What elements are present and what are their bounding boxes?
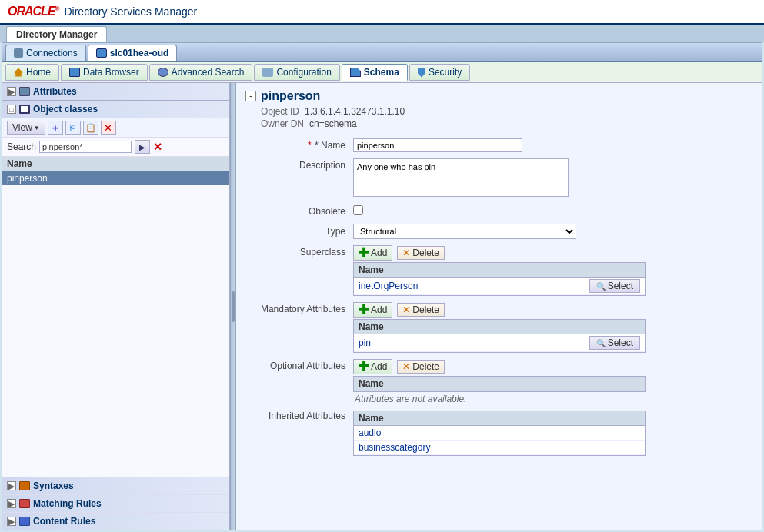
- superclass-grid: Name inetOrgPerson 🔍 Select: [353, 262, 646, 296]
- mandatory-select-button[interactable]: 🔍 Select: [589, 336, 640, 350]
- superclass-add-button[interactable]: ✚ Add: [353, 245, 392, 261]
- view-dropdown-icon: ▼: [34, 125, 40, 131]
- delete-icon: ✕: [402, 248, 410, 258]
- inherited-attr-row: Inherited Attributes Name audio: [245, 407, 752, 459]
- mandatory-toolbar: ✚ Add ✕ Delete: [353, 302, 752, 318]
- tab-data-browser[interactable]: Data Browser: [61, 64, 148, 81]
- owner-dn-label: Owner DN: [261, 118, 304, 129]
- delete-icon-btn[interactable]: ✕: [101, 121, 116, 135]
- meta-owner-dn: Owner DN cn=schema: [261, 118, 752, 129]
- directory-manager-tab[interactable]: Directory Manager: [6, 26, 107, 42]
- security-icon: [418, 68, 425, 78]
- obsolete-label-cell: Obsolete: [245, 202, 353, 221]
- mandatory-delete-icon: ✕: [402, 304, 410, 315]
- optional-add-icon: ✚: [359, 361, 369, 373]
- type-label-cell: Type: [245, 221, 353, 242]
- superclass-row: Superclass ✚ Add ✕ Delete: [245, 242, 752, 299]
- view-button[interactable]: View ▼: [7, 121, 45, 135]
- optional-attr-row: Optional Attributes ✚ Add ✕ Delete: [245, 356, 752, 407]
- configuration-icon: [262, 68, 273, 77]
- name-row: * * Name: [245, 135, 752, 155]
- optional-delete-icon: ✕: [402, 361, 410, 372]
- type-select[interactable]: Abstract Auxiliary Structural: [353, 224, 576, 239]
- search-bar: Search ▶ ✕: [2, 138, 229, 157]
- connections-tab[interactable]: Connections: [5, 45, 86, 61]
- top-bar: ORACLE® Directory Services Manager: [0, 0, 764, 25]
- optional-grid: Name: [353, 376, 646, 392]
- superclass-row-item: inetOrgPerson 🔍 Select: [354, 278, 645, 295]
- data-browser-icon: [69, 68, 80, 77]
- form-table: * * Name Description Any one wh: [245, 135, 752, 459]
- attributes-toggle-icon: ▶: [7, 87, 16, 96]
- owner-dn-value: cn=schema: [309, 118, 357, 129]
- syntaxes-toggle-icon: ▶: [7, 481, 16, 490]
- object-classes-header[interactable]: □ Object classes: [2, 101, 229, 118]
- superclass-delete-button[interactable]: ✕ Delete: [397, 246, 445, 260]
- search-go-button[interactable]: ▶: [135, 140, 150, 154]
- home-icon: [14, 68, 23, 77]
- type-value-cell: Abstract Auxiliary Structural: [353, 221, 752, 242]
- matching-rules-icon: [19, 499, 30, 508]
- inherited-attr-label-cell: Inherited Attributes: [245, 407, 353, 459]
- search-input[interactable]: [39, 141, 132, 153]
- object-classes-section: □ Object classes View ▼ + ⎘ 📋 ✕: [2, 101, 229, 477]
- mandatory-select-icon: 🔍: [596, 339, 606, 347]
- obsolete-value-cell: [353, 202, 752, 221]
- object-id-value: 1.3.6.1.4.1.32473.1.1.10: [305, 106, 405, 117]
- schema-icon: [350, 68, 361, 77]
- mandatory-add-button[interactable]: ✚ Add: [353, 302, 392, 318]
- name-value-cell: [353, 135, 752, 155]
- nav-tabs: Home Data Browser Advanced Search Config…: [2, 62, 762, 83]
- optional-delete-button[interactable]: ✕ Delete: [397, 360, 445, 374]
- app-title: Directory Services Manager: [64, 5, 197, 18]
- left-panel: ▶ Attributes □ Object classes View ▼: [2, 83, 230, 530]
- list-item[interactable]: pinperson: [2, 171, 229, 185]
- inherited-col-header: Name: [354, 411, 645, 426]
- content-rules-toggle-icon: ▶: [7, 517, 16, 526]
- main-area: Connections slc01hea-oud Home Data Brows…: [2, 42, 762, 530]
- tab-schema[interactable]: Schema: [342, 64, 408, 81]
- search-clear-button[interactable]: ✕: [153, 141, 162, 153]
- content-rules-section-header[interactable]: ▶ Content Rules: [2, 513, 229, 530]
- copy-icon-btn[interactable]: ⎘: [65, 121, 81, 135]
- matching-rules-section-header[interactable]: ▶ Matching Rules: [2, 495, 229, 513]
- connections-icon: [14, 48, 23, 58]
- search-label: Search: [7, 141, 36, 152]
- tab-home[interactable]: Home: [5, 64, 59, 81]
- syntaxes-icon: [19, 481, 30, 490]
- mandatory-row-item: pin 🔍 Select: [354, 334, 645, 352]
- bottom-sections: ▶ Syntaxes ▶ Matching Rules ▶ Content Ru…: [2, 477, 229, 530]
- superclass-select-button[interactable]: 🔍 Select: [589, 279, 640, 293]
- tab-security[interactable]: Security: [409, 64, 470, 81]
- optional-add-button[interactable]: ✚ Add: [353, 359, 392, 374]
- name-input[interactable]: [353, 138, 522, 152]
- oracle-logo: ORACLE®: [8, 5, 59, 18]
- mandatory-grid: Name pin 🔍 Select: [353, 319, 646, 353]
- right-panel: - pinperson Object ID 1.3.6.1.4.1.32473.…: [236, 83, 762, 530]
- syntaxes-section-header[interactable]: ▶ Syntaxes: [2, 477, 229, 495]
- obsolete-checkbox[interactable]: [353, 205, 363, 215]
- attributes-section-header[interactable]: ▶ Attributes: [2, 83, 229, 101]
- list-header: Name: [2, 157, 229, 171]
- object-name: pinperson: [261, 89, 320, 103]
- splitter[interactable]: [230, 83, 236, 530]
- description-value-cell: Any one who has pin: [353, 155, 752, 202]
- mandatory-attr-row: Mandatory Attributes ✚ Add ✕ Delete: [245, 299, 752, 356]
- object-classes-toggle-icon: □: [7, 105, 16, 114]
- superclass-toolbar: ✚ Add ✕ Delete: [353, 245, 752, 261]
- tab-advanced-search[interactable]: Advanced Search: [149, 64, 253, 81]
- list-container: Name pinperson: [2, 157, 229, 477]
- server-tab[interactable]: slc01hea-oud: [88, 45, 178, 61]
- description-row: Description Any one who has pin: [245, 155, 752, 202]
- tab-configuration[interactable]: Configuration: [254, 64, 339, 81]
- mandatory-delete-button[interactable]: ✕ Delete: [397, 303, 445, 317]
- splitter-handle: [232, 291, 235, 322]
- new-icon-btn[interactable]: +: [48, 121, 63, 135]
- object-id-label: Object ID: [261, 106, 299, 117]
- description-textarea[interactable]: Any one who has pin: [353, 158, 569, 197]
- paste-icon-btn[interactable]: 📋: [83, 121, 98, 135]
- collapse-button[interactable]: -: [245, 91, 256, 101]
- object-title-row: - pinperson: [245, 89, 752, 103]
- optional-toolbar: ✚ Add ✕ Delete: [353, 359, 752, 374]
- oc-toolbar: View ▼ + ⎘ 📋 ✕: [2, 118, 229, 138]
